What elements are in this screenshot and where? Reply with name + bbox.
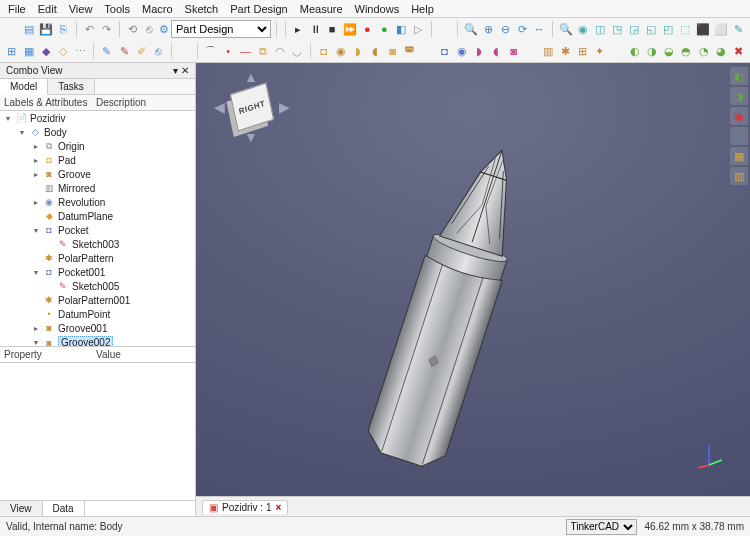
toolbar-button[interactable] (420, 42, 435, 60)
menu-measure[interactable]: Measure (300, 3, 343, 15)
menu-windows[interactable]: Windows (355, 3, 400, 15)
toolbar-button[interactable]: ⏩ (342, 20, 358, 38)
toolbar-button[interactable]: ◖ (368, 42, 383, 60)
toolbar-button[interactable]: ▫ (4, 20, 19, 38)
toolbar-button[interactable]: ● (360, 20, 375, 38)
toolbar-button[interactable]: ✖ (731, 42, 746, 60)
nav-style-select[interactable]: TinkerCAD (566, 519, 637, 535)
side-toolbar-button[interactable]: ◑ (730, 87, 748, 105)
toolbar-button[interactable]: ▥ (540, 42, 555, 60)
tree-node[interactable]: ▸◘Pad (0, 153, 195, 167)
toolbar-button[interactable]: — (238, 42, 253, 60)
menu-macro[interactable]: Macro (142, 3, 173, 15)
expand-arrow-icon[interactable]: ▸ (32, 324, 40, 333)
tree-node[interactable]: ▥Mirrored (0, 181, 195, 195)
toolbar-button[interactable]: ⊞ (4, 42, 19, 60)
toolbar-button[interactable] (177, 42, 192, 60)
tree-node[interactable]: ✱PolarPattern (0, 251, 195, 265)
toolbar-button[interactable]: ⊖ (498, 20, 513, 38)
toolbar-button[interactable]: ◡ (290, 42, 305, 60)
tree-node[interactable]: ▾◙Groove002 (0, 335, 195, 346)
toolbar-button[interactable]: ↷ (99, 20, 114, 38)
toolbar-button[interactable]: ↔ (532, 20, 547, 38)
side-toolbar-button[interactable]: ▥ (730, 167, 748, 185)
expand-arrow-icon[interactable]: ▸ (32, 156, 40, 165)
tree-node[interactable]: ◆DatumPlane (0, 209, 195, 223)
toolbar-button[interactable]: ⋯ (73, 42, 88, 60)
tree-node[interactable]: ▾◘Pocket (0, 223, 195, 237)
toolbar-button[interactable]: ▸ (291, 20, 306, 38)
toolbar-button[interactable]: ⎘ (56, 20, 71, 38)
expand-arrow-icon[interactable]: ▸ (32, 198, 40, 207)
toolbar-button[interactable]: ◙ (506, 42, 521, 60)
tab-tasks[interactable]: Tasks (48, 79, 95, 94)
toolbar-button[interactable]: ⊞ (575, 42, 590, 60)
workbench-select[interactable]: Part Design (171, 20, 271, 38)
menu-edit[interactable]: Edit (38, 3, 57, 15)
toolbar-button[interactable]: ▦ (21, 42, 36, 60)
toolbar-button[interactable]: ⎋ (151, 42, 166, 60)
expand-arrow-icon[interactable]: ▾ (32, 338, 40, 346)
toolbar-button[interactable]: ▷ (411, 20, 426, 38)
toolbar-button[interactable]: ⟳ (515, 20, 530, 38)
expand-arrow-icon[interactable]: ▾ (32, 226, 40, 235)
toolbar-button[interactable]: ↶ (82, 20, 97, 38)
toolbar-button[interactable]: ✱ (558, 42, 573, 60)
tab-model[interactable]: Model (0, 79, 48, 95)
menu-part-design[interactable]: Part Design (230, 3, 287, 15)
tree-node[interactable]: ▾📄Pozidriv (0, 111, 195, 125)
toolbar-button[interactable]: 🔍 (463, 20, 479, 38)
side-toolbar-button[interactable]: ◐ (730, 67, 748, 85)
expand-arrow-icon[interactable]: ▸ (32, 142, 40, 151)
toolbar-button[interactable]: ◫ (593, 20, 608, 38)
toolbar-button[interactable]: ✐ (134, 42, 149, 60)
toolbar-button[interactable]: ◉ (333, 42, 348, 60)
tree-node[interactable]: ▸⧉Origin (0, 139, 195, 153)
expand-arrow-icon[interactable]: ▾ (32, 268, 40, 277)
toolbar-button[interactable] (437, 20, 452, 38)
toolbar-button[interactable]: ◇ (56, 42, 71, 60)
toolbar-button[interactable]: ◘ (316, 42, 331, 60)
prop-tab-view[interactable]: View (0, 501, 43, 516)
toolbar-button[interactable]: ◲ (627, 20, 642, 38)
toolbar-button[interactable]: ◉ (454, 42, 469, 60)
toolbar-button[interactable]: ◠ (272, 42, 287, 60)
close-icon[interactable]: × (275, 502, 281, 513)
toolbar-button[interactable]: ◖ (489, 42, 504, 60)
toolbar-button[interactable]: 💾 (38, 20, 54, 38)
side-toolbar-button[interactable]: ◉ (730, 107, 748, 125)
toolbar-button[interactable]: ◘ (437, 42, 452, 60)
expand-arrow-icon[interactable]: ▸ (32, 170, 40, 179)
3d-viewport[interactable]: ▲ ▼ ◀ ▶ RIGHT (196, 63, 750, 516)
panel-menu-icon[interactable]: ▾ ✕ (173, 65, 189, 76)
tree-node[interactable]: ✱PolarPattern001 (0, 293, 195, 307)
prop-tab-data[interactable]: Data (43, 501, 85, 516)
menu-tools[interactable]: Tools (104, 3, 130, 15)
toolbar-button[interactable]: ⬜ (713, 20, 729, 38)
toolbar-button[interactable]: ◱ (644, 20, 659, 38)
toolbar-button[interactable]: ✎ (731, 20, 746, 38)
side-toolbar-button[interactable]: ◫ (730, 127, 748, 145)
toolbar-button[interactable] (610, 42, 625, 60)
tree-node[interactable]: ✎Sketch005 (0, 279, 195, 293)
toolbar-button[interactable]: ◧ (394, 20, 409, 38)
tree-node[interactable]: ▸◙Groove (0, 167, 195, 181)
document-tab[interactable]: ▣ Pozidriv : 1 × (202, 500, 288, 514)
tree-node[interactable]: •DatumPoint (0, 307, 195, 321)
toolbar-button[interactable]: ◰ (661, 20, 676, 38)
menu-view[interactable]: View (69, 3, 93, 15)
toolbar-button[interactable]: ◚ (402, 42, 417, 60)
menu-help[interactable]: Help (411, 3, 434, 15)
toolbar-button[interactable]: ⏸ (308, 20, 323, 38)
toolbar-button[interactable]: ⎋ (142, 20, 157, 38)
toolbar-button[interactable]: ⬚ (678, 20, 693, 38)
toolbar-button[interactable]: ◗ (350, 42, 365, 60)
toolbar-button[interactable]: ■ (325, 20, 340, 38)
toolbar-button[interactable]: ◉ (576, 20, 591, 38)
toolbar-button[interactable]: ◔ (696, 42, 711, 60)
toolbar-button[interactable]: ◗ (471, 42, 486, 60)
toolbar-button[interactable]: ◆ (39, 42, 54, 60)
toolbar-button[interactable]: ✎ (99, 42, 114, 60)
expand-arrow-icon[interactable]: ▾ (18, 128, 26, 137)
toolbar-button[interactable]: ◒ (661, 42, 676, 60)
